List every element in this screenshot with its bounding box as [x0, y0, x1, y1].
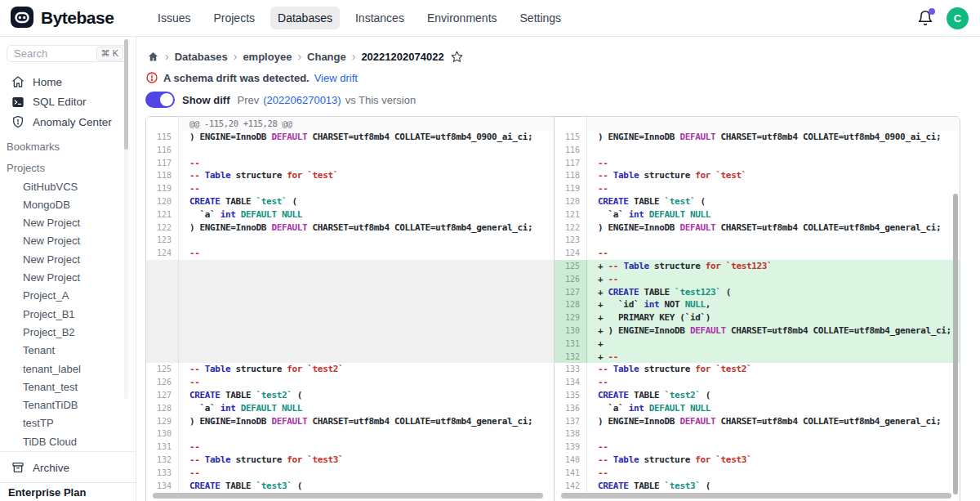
sidebar-project-item[interactable]: New Project: [0, 269, 136, 287]
code-line: `a` int DEFAULT NULL: [587, 402, 960, 415]
code-line: --: [179, 157, 554, 170]
sidebar-item-archive[interactable]: Archive: [0, 456, 136, 479]
diff-row: 132+ --: [555, 351, 960, 364]
sidebar-project-item[interactable]: tenant_label: [0, 360, 136, 378]
sidebar-project-item[interactable]: New Project: [0, 232, 136, 250]
sidebar-item-sql-editor[interactable]: SQL Editor: [0, 92, 136, 112]
sidebar-project-item[interactable]: TenantTiDB: [0, 396, 136, 414]
nav-item-settings[interactable]: Settings: [513, 7, 569, 29]
gutter: [146, 260, 179, 363]
line-number: 119: [555, 182, 587, 195]
sidebar-project-item[interactable]: Project_B1: [0, 306, 136, 324]
sidebar-project-item[interactable]: Project_A: [0, 287, 136, 305]
terminal-icon: [11, 96, 24, 109]
line-number: 117: [555, 157, 587, 170]
line-number: 133: [146, 467, 179, 480]
nav-item-issues[interactable]: Issues: [150, 7, 198, 29]
diff-row: 124--: [555, 247, 960, 260]
sidebar-item-label: SQL Editor: [33, 96, 87, 108]
line-number: 126: [146, 376, 179, 389]
search-box[interactable]: ⌘ K: [7, 45, 127, 62]
star-icon[interactable]: [450, 50, 464, 64]
code-line: [179, 144, 554, 157]
prev-version-link[interactable]: (202206270013): [263, 94, 341, 106]
line-number: 121: [146, 208, 179, 221]
breadcrumb-item[interactable]: 20221202074022: [361, 51, 443, 63]
diff-row: 129+ PRIMARY KEY (`id`): [555, 311, 960, 324]
sidebar-project-item[interactable]: Tenant: [0, 342, 136, 360]
vertical-scrollbar[interactable]: [953, 194, 958, 494]
line-number: 135: [555, 389, 587, 402]
sidebar-project-item[interactable]: Tenant_test: [0, 378, 136, 396]
code-line: ) ENGINE=InnoDB DEFAULT CHARSET=utf8mb4 …: [179, 131, 554, 144]
diff-row: 127CREATE TABLE `test2` (: [146, 389, 554, 402]
breadcrumb-item[interactable]: employee: [243, 51, 292, 63]
chevron-right-icon: ›: [297, 50, 301, 63]
code-line: --: [179, 182, 554, 195]
sidebar-project-item[interactable]: New Project: [0, 214, 136, 232]
horizontal-scrollbar-right[interactable]: [561, 493, 951, 499]
line-number: 117: [146, 157, 179, 170]
line-number: 134: [146, 480, 179, 493]
nav-item-projects[interactable]: Projects: [206, 7, 262, 29]
sidebar-project-item[interactable]: New Project: [0, 251, 136, 269]
code-line: + -- Table structure for `test123`: [587, 260, 960, 273]
breadcrumb-item[interactable]: Change: [307, 51, 346, 63]
home-icon: [11, 75, 24, 88]
notification-dot: [929, 8, 935, 15]
avatar[interactable]: C: [947, 7, 969, 29]
line-number: 138: [555, 427, 587, 441]
diff-row: 123: [555, 234, 960, 247]
diff-row: 122) ENGINE=InnoDB DEFAULT CHARSET=utf8m…: [555, 221, 960, 235]
code-line: ) ENGINE=InnoDB DEFAULT CHARSET=utf8mb4 …: [587, 415, 960, 428]
diff-row: 115) ENGINE=InnoDB DEFAULT CHARSET=utf8m…: [146, 131, 554, 144]
horizontal-scrollbar-left[interactable]: [153, 493, 543, 499]
code-line: CREATE TABLE `test3` (: [179, 480, 554, 493]
diff-row: 131--: [146, 441, 554, 454]
line-number: 129: [146, 415, 179, 428]
chevron-right-icon: ›: [352, 50, 356, 63]
schema-diff-panel: @@ -115,20 +115,28 @@115) ENGINE=InnoDB …: [145, 116, 960, 501]
search-input[interactable]: [14, 47, 82, 60]
diff-row: 116: [555, 144, 960, 157]
toggle-knob: [160, 93, 173, 106]
code-line: --: [179, 247, 554, 260]
sidebar-item-home[interactable]: Home: [0, 72, 136, 92]
nav-item-instances[interactable]: Instances: [348, 7, 412, 29]
line-number: 118: [146, 169, 179, 182]
sidebar-project-item[interactable]: TiDB Cloud: [0, 433, 136, 451]
nav-item-environments[interactable]: Environments: [420, 7, 505, 29]
breadcrumb: ›Databases›employee›Change›2022120207402…: [145, 48, 980, 65]
code-line: ) ENGINE=InnoDB DEFAULT CHARSET=utf8mb4 …: [587, 131, 960, 144]
line-number: 121: [555, 208, 587, 221]
home-breadcrumb-icon[interactable]: [147, 51, 159, 63]
sidebar-item-anomaly-center[interactable]: Anomaly Center: [0, 112, 136, 132]
diff-row: 123: [146, 234, 554, 247]
line-number: 139: [555, 441, 587, 454]
diff-row: 121 `a` int DEFAULT NULL: [146, 208, 554, 221]
sidebar-project-item[interactable]: Project_B2: [0, 324, 136, 342]
diff-row: 117--: [146, 157, 554, 170]
view-drift-link[interactable]: View drift: [314, 72, 358, 84]
diff-row: 135CREATE TABLE `test2` (: [555, 389, 960, 402]
line-number: 115: [555, 131, 587, 144]
code-line: [587, 427, 960, 441]
bytebase-logo-icon: [10, 6, 34, 30]
code-line: --: [179, 467, 554, 480]
sidebar-project-item[interactable]: testTP: [0, 414, 136, 432]
notifications-button[interactable]: [917, 10, 933, 26]
breadcrumb-item[interactable]: Databases: [175, 51, 228, 63]
line-number: 133: [555, 363, 587, 376]
brand[interactable]: Bytebase: [10, 6, 139, 30]
diff-toolbar: Show diff Prev (202206270013) vs This ve…: [145, 92, 980, 108]
sidebar-scrollbar-thumb[interactable]: [124, 39, 128, 150]
alert-icon: [145, 71, 158, 84]
sidebar-project-item[interactable]: GitHubVCS: [0, 178, 136, 196]
show-diff-toggle[interactable]: [145, 92, 175, 108]
code-line: --: [179, 441, 554, 454]
sidebar-project-item[interactable]: MongoDB: [0, 196, 136, 214]
code-line: -- Table structure for `test2`: [587, 363, 960, 376]
line-number: 128: [146, 402, 179, 415]
code-line: `a` int DEFAULT NULL: [179, 402, 554, 415]
nav-item-databases[interactable]: Databases: [270, 7, 340, 29]
